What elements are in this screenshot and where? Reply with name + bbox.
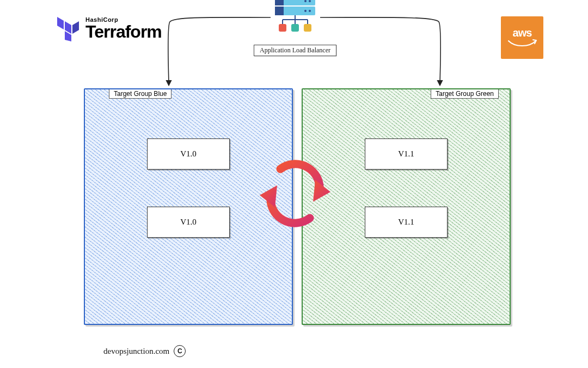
footer-attribution: devopsjunction.com C [103,345,186,357]
copyright-icon: C [174,345,186,357]
svg-rect-5 [275,0,284,5]
version-box: V1.0 [147,138,230,170]
svg-marker-0 [57,17,64,29]
version-box: V1.1 [365,138,448,170]
svg-rect-9 [275,7,284,15]
target-group-green-label: Target Group Green [431,89,499,99]
svg-point-11 [309,10,311,12]
svg-rect-18 [291,24,299,32]
load-balancer-icon [271,0,320,35]
version-box: V1.0 [147,207,230,238]
svg-point-6 [304,0,307,2]
terraform-logo: HashiCorp Terraform [57,15,162,41]
target-group-blue-label: Target Group Blue [109,89,171,99]
aws-text: aws [513,27,532,39]
svg-point-10 [304,10,307,12]
svg-rect-19 [304,24,311,32]
svg-rect-17 [279,24,286,32]
aws-smile-icon [507,39,537,49]
terraform-icon [57,15,81,41]
svg-marker-3 [72,21,79,34]
footer-site: devopsjunction.com [103,347,169,356]
swap-icon [254,153,336,234]
aws-logo: aws [501,16,543,59]
terraform-title: Terraform [85,23,162,40]
svg-point-7 [309,0,311,2]
version-box: V1.1 [365,207,448,238]
alb-label: Application Load Balancer [254,45,336,56]
